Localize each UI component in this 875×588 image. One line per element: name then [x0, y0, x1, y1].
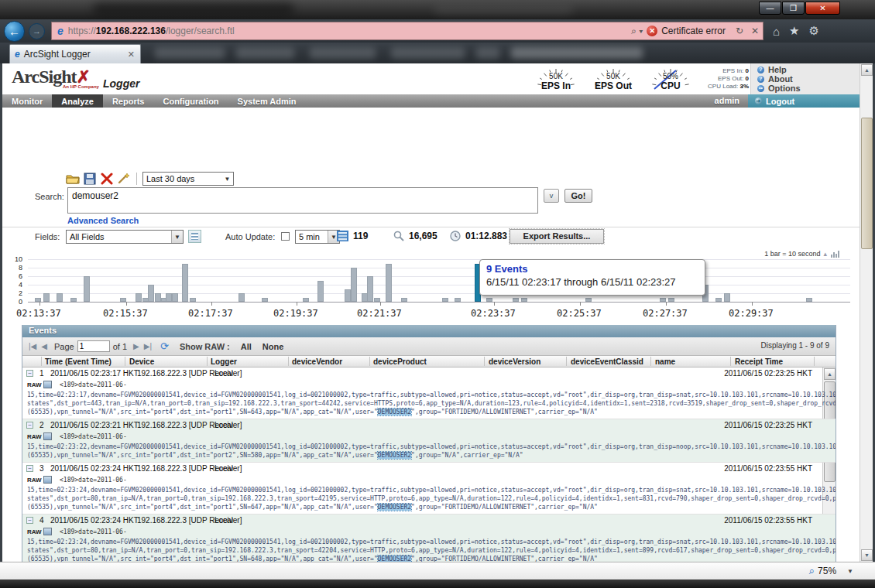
delete-icon[interactable]	[100, 173, 114, 185]
back-button[interactable]: ←	[4, 21, 25, 42]
home-icon[interactable]: ⌂	[773, 25, 780, 38]
auto-update-checkbox[interactable]	[281, 232, 290, 241]
histogram-bar[interactable]	[262, 298, 268, 303]
collapse-row-icon[interactable]: −	[26, 422, 33, 429]
column-header-deviceproduct[interactable]: deviceProduct	[373, 357, 427, 366]
histogram-bar[interactable]	[386, 264, 392, 303]
column-header-device[interactable]: Device	[129, 357, 154, 366]
histogram-bar[interactable]	[660, 298, 666, 303]
link-options[interactable]: ••Options	[757, 84, 860, 93]
column-header-logger[interactable]: Logger	[211, 357, 237, 366]
histogram-bar[interactable]	[238, 293, 245, 302]
column-header-deviceeventclassid[interactable]: deviceEventClassid	[571, 357, 643, 366]
search-input[interactable]: demouser2	[67, 187, 538, 214]
favorites-icon[interactable]: ★	[789, 24, 799, 38]
menu-item-analyze[interactable]: Analyze	[52, 94, 103, 108]
collapse-row-icon[interactable]: −	[26, 517, 33, 524]
column-header-receipt-time[interactable]: Receipt Time	[735, 357, 783, 366]
show-raw-none-link[interactable]: None	[262, 342, 284, 351]
first-page-icon[interactable]: |◀	[29, 342, 36, 350]
tools-gear-icon[interactable]: ⚙	[809, 24, 819, 38]
event-row[interactable]: − 2 2011/06/15 02:23:21 HKT 192.168.222.…	[22, 419, 836, 463]
zoom-control[interactable]: ⌕ 75% ▼	[809, 565, 853, 577]
show-raw-all-link[interactable]: All	[241, 342, 252, 351]
close-button[interactable]: ✕	[805, 2, 840, 15]
column-header-name[interactable]: name	[655, 357, 675, 366]
event-row[interactable]: − 1 2011/06/15 02:23:17 HKT 192.168.222.…	[22, 368, 836, 419]
histogram-bar[interactable]	[585, 298, 592, 303]
histogram-bar[interactable]	[351, 268, 357, 302]
histogram-bar[interactable]	[70, 298, 77, 303]
menu-item-configuration[interactable]: Configuration	[153, 94, 228, 108]
histogram-bar[interactable]	[442, 298, 448, 303]
next-page-icon[interactable]: ▶	[133, 342, 139, 350]
export-results-button[interactable]: Export Results...	[510, 229, 604, 244]
maximize-button[interactable]: ❐	[782, 2, 805, 15]
stop-icon[interactable]: ✕	[751, 26, 759, 36]
page-number-input[interactable]	[77, 340, 110, 352]
link-about[interactable]: ?About	[757, 74, 860, 84]
collapse-row-icon[interactable]: −	[26, 465, 33, 472]
histogram-bar[interactable]	[401, 298, 407, 303]
histogram-bar[interactable]	[303, 298, 309, 303]
menu-item-monitor[interactable]: Monitor	[2, 94, 52, 108]
refresh-icon[interactable]: ↻	[736, 26, 743, 36]
refresh-results-icon[interactable]: ⟳	[160, 340, 169, 352]
go-button[interactable]: Go!	[564, 189, 592, 203]
certificate-error-label[interactable]: Certificate error	[661, 26, 726, 36]
histogram-bar[interactable]	[43, 293, 50, 302]
raw-window-icon[interactable]	[43, 381, 52, 388]
prev-page-icon[interactable]: ◀	[41, 342, 47, 350]
advanced-search-link[interactable]: Advanced Search	[67, 216, 139, 225]
column-header-deviceversion[interactable]: deviceVersion	[489, 357, 540, 366]
search-history-dropdown[interactable]: v	[544, 189, 559, 203]
scrollbar-thumb[interactable]	[861, 118, 873, 249]
histogram-bar[interactable]	[521, 298, 527, 303]
forward-button[interactable]: →	[29, 23, 45, 39]
histogram-bar[interactable]	[486, 298, 492, 303]
raw-window-icon[interactable]	[43, 476, 52, 484]
wand-icon[interactable]	[117, 173, 131, 185]
column-header-time-event-time-[interactable]: Time (Event Time)	[45, 357, 112, 366]
histogram-bar[interactable]	[806, 298, 812, 303]
histogram-bar[interactable]	[57, 293, 63, 302]
minimize-button[interactable]: —	[759, 2, 781, 15]
collapse-chart-icon[interactable]: ▴	[823, 250, 827, 258]
histogram-bar[interactable]	[136, 293, 142, 302]
menu-item-reports[interactable]: Reports	[103, 94, 154, 108]
histogram-bar[interactable]	[120, 298, 126, 303]
collapse-row-icon[interactable]: −	[26, 370, 33, 377]
column-header-devicevendor[interactable]: deviceVendor	[292, 357, 342, 366]
event-row[interactable]: − 4 2011/06/15 02:23:24 HKT 192.168.222.…	[22, 514, 836, 562]
scroll-up-icon[interactable]: ▲	[861, 64, 873, 76]
raw-window-icon[interactable]	[43, 528, 52, 535]
scroll-down-icon[interactable]: ▼	[861, 549, 873, 561]
event-row[interactable]: − 3 2011/06/15 02:23:24 HKT 192.168.222.…	[22, 463, 836, 514]
certificate-error-icon[interactable]: ✕	[647, 26, 657, 36]
histogram-bar[interactable]	[190, 298, 196, 303]
open-folder-icon[interactable]	[66, 173, 80, 185]
interval-select[interactable]: 5 min ▼	[295, 230, 340, 244]
fieldset-grid-icon[interactable]	[188, 230, 201, 243]
histogram-bar[interactable]	[668, 298, 674, 303]
histogram-bar[interactable]	[345, 289, 351, 303]
histogram-bar[interactable]	[367, 276, 373, 302]
time-range-select[interactable]: Last 30 days ▼	[142, 172, 234, 186]
logout-button[interactable]: ➜ Logout	[748, 94, 860, 108]
address-search-icon[interactable]: ⌕ ▾	[631, 26, 643, 36]
histogram-bar[interactable]	[148, 285, 154, 302]
histogram-bar[interactable]	[724, 293, 730, 302]
histogram-bar[interactable]	[317, 281, 324, 303]
histogram-bar[interactable]	[513, 298, 519, 303]
last-page-icon[interactable]: ▶|	[144, 342, 152, 350]
fields-select[interactable]: All Fields ▼	[66, 230, 184, 244]
link-help[interactable]: ?Help	[757, 65, 860, 74]
histogram-bar[interactable]	[155, 293, 161, 302]
page-scrollbar[interactable]: ▲ ▼	[860, 63, 873, 562]
raw-window-icon[interactable]	[43, 432, 52, 440]
histogram-bar[interactable]	[172, 293, 178, 302]
tab-close-icon[interactable]: ✕	[128, 50, 135, 60]
save-icon[interactable]	[83, 173, 97, 185]
url-text[interactable]: https://192.168.222.136/logger/search.ft…	[68, 26, 627, 36]
histogram-bar[interactable]	[455, 298, 461, 303]
